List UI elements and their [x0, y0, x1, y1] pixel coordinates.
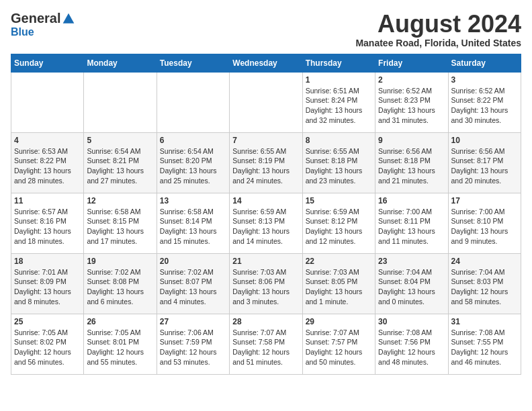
calendar-cell: 12Sunrise: 6:58 AM Sunset: 8:15 PM Dayli… [84, 193, 157, 253]
calendar-header-row: SundayMondayTuesdayWednesdayThursdayFrid… [11, 54, 521, 72]
day-detail: Sunrise: 7:07 AM Sunset: 7:57 PM Dayligh… [306, 328, 372, 367]
day-detail: Sunrise: 6:53 AM Sunset: 8:22 PM Dayligh… [14, 146, 81, 186]
calendar-cell: 24Sunrise: 7:04 AM Sunset: 8:03 PM Dayli… [448, 253, 521, 314]
calendar-cell: 22Sunrise: 7:03 AM Sunset: 8:05 PM Dayli… [302, 253, 375, 314]
location: Manatee Road, Florida, United States [355, 38, 521, 48]
day-detail: Sunrise: 6:58 AM Sunset: 8:14 PM Dayligh… [160, 207, 226, 246]
day-number: 31 [451, 317, 518, 326]
day-number: 18 [14, 257, 81, 266]
day-number: 19 [87, 257, 153, 266]
logo-icon [62, 12, 75, 26]
day-detail: Sunrise: 7:01 AM Sunset: 8:09 PM Dayligh… [14, 267, 81, 307]
month-title: August 2024 [355, 11, 521, 38]
day-number: 2 [378, 75, 445, 85]
calendar: SundayMondayTuesdayWednesdayThursdayFrid… [11, 54, 521, 375]
day-detail: Sunrise: 7:04 AM Sunset: 8:03 PM Dayligh… [451, 267, 518, 307]
day-detail: Sunrise: 7:04 AM Sunset: 8:04 PM Dayligh… [378, 267, 445, 307]
calendar-cell: 6Sunrise: 6:54 AM Sunset: 8:20 PM Daylig… [157, 132, 229, 193]
day-number: 25 [14, 317, 81, 326]
day-number: 16 [378, 196, 445, 205]
day-detail: Sunrise: 7:08 AM Sunset: 7:55 PM Dayligh… [451, 328, 518, 367]
day-header-thursday: Thursday [302, 54, 375, 72]
day-detail: Sunrise: 6:56 AM Sunset: 8:17 PM Dayligh… [451, 146, 518, 186]
day-detail: Sunrise: 7:08 AM Sunset: 7:56 PM Dayligh… [378, 328, 445, 367]
calendar-cell: 18Sunrise: 7:01 AM Sunset: 8:09 PM Dayli… [11, 253, 84, 314]
calendar-cell: 25Sunrise: 7:05 AM Sunset: 8:02 PM Dayli… [11, 314, 84, 374]
day-number: 29 [306, 317, 372, 326]
calendar-cell: 11Sunrise: 6:57 AM Sunset: 8:16 PM Dayli… [11, 193, 84, 253]
day-number: 3 [451, 75, 518, 85]
calendar-week-row: 11Sunrise: 6:57 AM Sunset: 8:16 PM Dayli… [11, 193, 521, 253]
day-detail: Sunrise: 6:57 AM Sunset: 8:16 PM Dayligh… [14, 207, 81, 246]
calendar-cell: 30Sunrise: 7:08 AM Sunset: 7:56 PM Dayli… [375, 314, 448, 374]
calendar-cell: 26Sunrise: 7:05 AM Sunset: 8:01 PM Dayli… [84, 314, 157, 374]
day-detail: Sunrise: 7:02 AM Sunset: 8:07 PM Dayligh… [160, 267, 226, 307]
day-number: 11 [14, 196, 81, 205]
day-header-monday: Monday [84, 54, 157, 72]
day-number: 27 [160, 317, 226, 326]
day-number: 8 [306, 136, 372, 145]
logo: General Blue [11, 11, 75, 38]
day-number: 4 [14, 136, 81, 145]
day-detail: Sunrise: 6:54 AM Sunset: 8:21 PM Dayligh… [87, 146, 153, 186]
day-detail: Sunrise: 6:58 AM Sunset: 8:15 PM Dayligh… [87, 207, 153, 246]
day-number: 23 [378, 257, 445, 266]
day-number: 21 [232, 257, 299, 266]
calendar-week-row: 25Sunrise: 7:05 AM Sunset: 8:02 PM Dayli… [11, 314, 521, 374]
calendar-cell: 27Sunrise: 7:06 AM Sunset: 7:59 PM Dayli… [157, 314, 229, 374]
calendar-cell: 9Sunrise: 6:56 AM Sunset: 8:18 PM Daylig… [375, 132, 448, 193]
day-header-wednesday: Wednesday [230, 54, 302, 72]
day-number: 14 [232, 196, 299, 205]
day-number: 20 [160, 257, 226, 266]
day-detail: Sunrise: 7:03 AM Sunset: 8:06 PM Dayligh… [232, 267, 299, 307]
day-number: 5 [87, 136, 153, 145]
calendar-cell: 29Sunrise: 7:07 AM Sunset: 7:57 PM Dayli… [302, 314, 375, 374]
calendar-cell [157, 72, 229, 132]
logo-blue: Blue [11, 26, 34, 38]
calendar-cell: 21Sunrise: 7:03 AM Sunset: 8:06 PM Dayli… [230, 253, 302, 314]
calendar-week-row: 4Sunrise: 6:53 AM Sunset: 8:22 PM Daylig… [11, 132, 521, 193]
day-detail: Sunrise: 7:07 AM Sunset: 7:58 PM Dayligh… [232, 328, 299, 367]
calendar-cell: 10Sunrise: 6:56 AM Sunset: 8:17 PM Dayli… [448, 132, 521, 193]
day-detail: Sunrise: 6:52 AM Sunset: 8:22 PM Dayligh… [451, 86, 518, 126]
day-detail: Sunrise: 6:56 AM Sunset: 8:18 PM Dayligh… [378, 146, 445, 186]
day-detail: Sunrise: 7:05 AM Sunset: 8:01 PM Dayligh… [87, 328, 153, 367]
day-number: 30 [378, 317, 445, 326]
day-number: 17 [451, 196, 518, 205]
calendar-cell: 19Sunrise: 7:02 AM Sunset: 8:08 PM Dayli… [84, 253, 157, 314]
calendar-cell [230, 72, 302, 132]
day-detail: Sunrise: 7:00 AM Sunset: 8:10 PM Dayligh… [451, 207, 518, 246]
title-area: August 2024 Manatee Road, Florida, Unite… [355, 11, 521, 48]
day-detail: Sunrise: 7:05 AM Sunset: 8:02 PM Dayligh… [14, 328, 81, 367]
calendar-cell: 8Sunrise: 6:55 AM Sunset: 8:18 PM Daylig… [302, 132, 375, 193]
day-detail: Sunrise: 7:02 AM Sunset: 8:08 PM Dayligh… [87, 267, 153, 307]
day-number: 28 [232, 317, 299, 326]
calendar-cell: 31Sunrise: 7:08 AM Sunset: 7:55 PM Dayli… [448, 314, 521, 374]
calendar-cell: 23Sunrise: 7:04 AM Sunset: 8:04 PM Dayli… [375, 253, 448, 314]
day-number: 1 [306, 75, 372, 85]
calendar-cell: 16Sunrise: 7:00 AM Sunset: 8:11 PM Dayli… [375, 193, 448, 253]
calendar-cell [11, 72, 84, 132]
day-detail: Sunrise: 6:54 AM Sunset: 8:20 PM Dayligh… [160, 146, 226, 186]
day-header-tuesday: Tuesday [157, 54, 229, 72]
svg-marker-0 [63, 13, 75, 23]
calendar-cell [84, 72, 157, 132]
day-detail: Sunrise: 6:51 AM Sunset: 8:24 PM Dayligh… [306, 86, 372, 126]
day-number: 7 [232, 136, 299, 145]
day-number: 9 [378, 136, 445, 145]
day-detail: Sunrise: 6:59 AM Sunset: 8:13 PM Dayligh… [232, 207, 299, 246]
day-detail: Sunrise: 6:55 AM Sunset: 8:19 PM Dayligh… [232, 146, 299, 186]
calendar-week-row: 18Sunrise: 7:01 AM Sunset: 8:09 PM Dayli… [11, 253, 521, 314]
day-detail: Sunrise: 6:59 AM Sunset: 8:12 PM Dayligh… [306, 207, 372, 246]
day-detail: Sunrise: 7:00 AM Sunset: 8:11 PM Dayligh… [378, 207, 445, 246]
logo-general: General [11, 11, 60, 26]
day-number: 13 [160, 196, 226, 205]
calendar-week-row: 1Sunrise: 6:51 AM Sunset: 8:24 PM Daylig… [11, 72, 521, 132]
day-detail: Sunrise: 6:52 AM Sunset: 8:23 PM Dayligh… [378, 86, 445, 126]
calendar-cell: 5Sunrise: 6:54 AM Sunset: 8:21 PM Daylig… [84, 132, 157, 193]
calendar-cell: 3Sunrise: 6:52 AM Sunset: 8:22 PM Daylig… [448, 72, 521, 132]
day-number: 10 [451, 136, 518, 145]
calendar-cell: 28Sunrise: 7:07 AM Sunset: 7:58 PM Dayli… [230, 314, 302, 374]
day-header-saturday: Saturday [448, 54, 521, 72]
day-number: 6 [160, 136, 226, 145]
